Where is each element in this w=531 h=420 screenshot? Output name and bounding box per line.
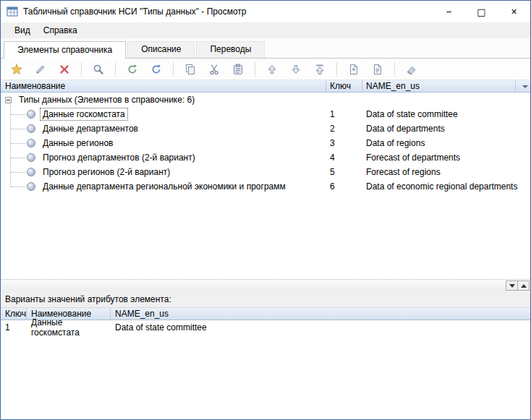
delete-item-icon <box>59 64 70 75</box>
move-top-button[interactable] <box>310 61 330 78</box>
collapse-panel-button[interactable] <box>506 280 518 291</box>
delete-item-button[interactable] <box>54 61 75 78</box>
cut-icon <box>208 64 220 75</box>
edit-item-icon <box>35 64 46 75</box>
elements-tree[interactable]: Типы данных (Элементов в справочнике: 6)… <box>1 93 530 279</box>
triangle-up-icon <box>521 284 527 288</box>
app-icon <box>7 6 18 17</box>
attr-column-key[interactable]: Ключ <box>1 308 27 320</box>
tree-root-row[interactable]: Типы данных (Элементов в справочнике: 6) <box>1 93 530 107</box>
tree-row[interactable]: Данные департаментов 2 Data of departmen… <box>1 121 530 136</box>
search-button[interactable] <box>88 61 109 78</box>
item-name[interactable]: Данные департамента региональной экономи… <box>40 180 289 193</box>
attr-name: Данные госкомстата <box>27 317 111 338</box>
item-name-en: Data of regions <box>366 138 425 148</box>
toolbar-separator <box>115 62 116 77</box>
item-name-en: Forecast of regions <box>366 167 441 177</box>
move-up-icon <box>266 64 278 75</box>
tree-row[interactable]: Данные департамента региональной экономи… <box>1 179 530 194</box>
column-header-name-en[interactable]: NAME_en_us <box>362 80 516 92</box>
menu-bar: Вид Справка <box>1 22 530 38</box>
menu-help[interactable]: Справка <box>37 24 84 37</box>
tab-strip: Элементы справочника Описание Переводы <box>1 38 530 59</box>
window-controls: ─ □ ✕ <box>433 1 530 22</box>
column-header-key[interactable]: Ключ <box>326 80 362 92</box>
add-item-button[interactable] <box>7 61 27 78</box>
element-icon <box>27 110 35 119</box>
import-button[interactable] <box>344 61 364 78</box>
toolbar-separator <box>173 62 174 77</box>
item-name[interactable]: Данные регионов <box>40 137 116 150</box>
tree-row[interactable]: Прогноз регионов (2-й вариант) 5 Forecas… <box>1 165 530 179</box>
refresh-all-icon <box>127 64 138 75</box>
tab-translations[interactable]: Переводы <box>196 41 265 58</box>
item-name[interactable]: Прогноз департаментов (2-й вариант) <box>40 151 198 164</box>
move-up-button[interactable] <box>262 61 282 78</box>
toolbar-separator <box>394 62 395 77</box>
clear-icon <box>406 64 417 75</box>
expand-panel-button[interactable] <box>517 280 530 291</box>
collapse-expander-icon[interactable] <box>5 97 12 103</box>
tree-row[interactable]: Данные госкомстата 1 Data of state commi… <box>1 107 530 121</box>
element-icon <box>27 153 35 162</box>
horizontal-splitter[interactable] <box>1 279 530 291</box>
refresh-all-button[interactable] <box>122 61 143 78</box>
minimize-button[interactable]: ─ <box>433 1 465 22</box>
toolbar <box>1 59 530 80</box>
clear-button[interactable] <box>402 61 422 78</box>
element-icon <box>27 124 35 133</box>
column-header-name[interactable]: Наименование <box>1 80 326 92</box>
attributes-panel-label: Варианты значений атрибутов элемента: <box>1 291 530 308</box>
toolbar-separator <box>255 62 255 77</box>
item-name[interactable]: Данные департаментов <box>40 122 141 135</box>
copy-icon <box>184 64 196 75</box>
root-label[interactable]: Типы данных (Элементов в справочнике: 6) <box>16 93 197 106</box>
grid-header: Наименование Ключ NAME_en_us <box>1 80 530 93</box>
paste-icon <box>232 64 244 75</box>
item-name[interactable]: Прогноз регионов (2-й вариант) <box>40 166 173 179</box>
triangle-down-icon <box>509 284 515 288</box>
close-button[interactable]: ✕ <box>498 1 530 22</box>
move-down-button[interactable] <box>286 61 306 78</box>
item-name-en: Data of economic regional departments <box>366 181 517 192</box>
toolbar-separator <box>81 62 82 77</box>
item-name-en: Forecast of departments <box>366 153 460 163</box>
item-key: 3 <box>330 138 335 148</box>
item-key: 6 <box>330 181 335 192</box>
toolbar-separator <box>336 62 337 77</box>
add-item-icon <box>11 64 22 75</box>
column-chooser-button[interactable] <box>516 80 530 92</box>
refresh-button[interactable] <box>146 61 166 78</box>
tree-row[interactable]: Данные регионов 3 Data of regions <box>1 136 530 150</box>
item-key: 5 <box>330 167 335 177</box>
move-top-icon <box>314 64 326 75</box>
attr-key: 1 <box>1 322 27 333</box>
attributes-grid[interactable]: 1 Данные госкомстата Data of state commi… <box>1 320 530 419</box>
element-icon <box>27 168 35 176</box>
tree-row[interactable]: Прогноз департаментов (2-й вариант) 4 Fo… <box>1 150 530 165</box>
paste-button[interactable] <box>228 61 248 78</box>
export-icon <box>372 64 383 75</box>
tab-description[interactable]: Описание <box>127 41 195 58</box>
attr-row[interactable]: 1 Данные госкомстата Data of state commi… <box>1 320 530 334</box>
element-icon <box>27 139 35 147</box>
attr-name-en: Data of state committee <box>111 322 530 333</box>
item-name[interactable]: Данные госкомстата <box>40 108 128 121</box>
item-key: 4 <box>330 153 335 163</box>
item-name-en: Data of state committee <box>366 109 458 119</box>
refresh-icon <box>150 64 162 75</box>
copy-button[interactable] <box>180 61 200 78</box>
attr-column-name-en[interactable]: NAME_en_us <box>111 308 530 320</box>
cut-button[interactable] <box>204 61 224 78</box>
import-icon <box>348 64 360 75</box>
element-icon <box>27 182 35 191</box>
maximize-button[interactable]: □ <box>465 1 498 22</box>
tab-elements[interactable]: Элементы справочника <box>4 41 126 59</box>
edit-item-button[interactable] <box>30 61 51 78</box>
export-button[interactable] <box>368 61 388 78</box>
title-bar: Табличный справочник НСИ "Типы данных" -… <box>1 1 530 22</box>
chevron-down-icon <box>522 85 528 88</box>
menu-view[interactable]: Вид <box>8 24 37 37</box>
move-down-icon <box>290 64 302 75</box>
window-title: Табличный справочник НСИ "Типы данных" -… <box>23 7 433 17</box>
